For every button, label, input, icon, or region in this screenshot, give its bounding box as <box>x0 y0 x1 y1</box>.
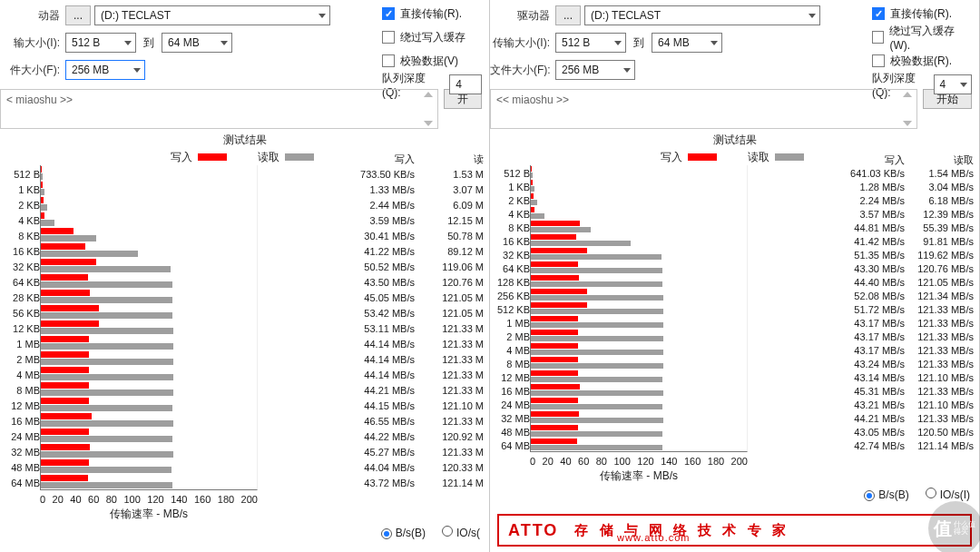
bar-row <box>41 242 257 258</box>
y-tick: 2 KB <box>508 194 530 208</box>
unit-bs-radio[interactable]: B/s(B) <box>864 488 908 501</box>
write-bar <box>531 289 587 294</box>
write-bar <box>531 330 578 335</box>
xfer-size-label: 输大小(I): <box>0 35 65 51</box>
bar-row <box>531 397 747 410</box>
xfer-to-select[interactable]: 64 MB <box>652 33 722 53</box>
y-tick: 128 KB <box>497 276 530 290</box>
direct-transfer-label: 直接传输(R). <box>400 6 462 22</box>
y-tick: 1 KB <box>18 182 40 198</box>
comment-textbox[interactable]: < miaoshu >> <box>0 89 438 129</box>
y-tick: 32 KB <box>13 260 40 275</box>
read-bar <box>41 389 173 396</box>
queue-depth-select[interactable]: 4 <box>449 74 482 94</box>
write-bar <box>41 290 90 296</box>
legend-write: 写入 <box>661 150 722 165</box>
chevron-down-icon <box>614 41 622 45</box>
bypass-cache-checkbox[interactable] <box>382 31 395 44</box>
xfer-from-select[interactable]: 512 B <box>555 33 626 53</box>
read-bar <box>41 173 43 180</box>
value-row: 43.17 MB/s121.33 MB/s <box>757 317 974 330</box>
file-size-label: 件大小(F): <box>0 63 65 78</box>
read-bar <box>41 189 44 195</box>
write-bar <box>531 439 577 444</box>
y-tick: 48 MB <box>11 460 40 476</box>
read-bar <box>531 363 663 369</box>
bypass-cache-checkbox[interactable] <box>872 31 884 44</box>
verify-data-label: 校验数据(V) <box>400 54 458 69</box>
xfer-from-select[interactable]: 512 B <box>65 33 136 53</box>
xfer-to-select[interactable]: 64 MB <box>162 33 232 53</box>
write-bar <box>531 316 578 321</box>
drive-browse-button[interactable]: ... <box>555 5 581 25</box>
options-col-left: ✓直接传输(R). 绕过写入缓存 校验数据(V) 队列深度(Q): 4 <box>382 4 482 94</box>
y-tick: 32 MB <box>11 445 40 460</box>
unit-bs-radio[interactable]: B/s(B) <box>381 527 426 539</box>
results-chart-left: 512 B1 KB2 KB4 KB8 KB16 KB32 KB64 KB28 K… <box>0 165 489 522</box>
value-row: 53.11 MB/s121.33 M <box>267 321 484 337</box>
value-row: 44.04 MB/s120.33 M <box>267 460 484 476</box>
read-bar <box>531 213 544 219</box>
file-size-select[interactable]: 256 MB <box>65 60 145 80</box>
y-tick: 12 MB <box>501 371 530 385</box>
value-row: 41.22 MB/s89.12 M <box>267 244 484 260</box>
bar-row <box>41 366 257 381</box>
write-bar <box>41 197 44 203</box>
value-row: 43.24 MB/s121.33 MB/s <box>757 358 974 371</box>
write-bar <box>531 261 578 267</box>
bar-row <box>41 474 257 489</box>
drive-select[interactable]: (D:) TECLAST <box>94 5 330 25</box>
verify-data-checkbox[interactable] <box>382 54 395 67</box>
value-header: 写入读取 <box>757 153 974 167</box>
y-tick: 8 KB <box>18 229 40 244</box>
write-bar <box>531 398 578 403</box>
read-bar <box>41 467 172 473</box>
bar-row <box>531 233 747 247</box>
read-bar <box>531 309 663 314</box>
queue-depth-select[interactable]: 4 <box>934 74 972 94</box>
y-tick: 512 B <box>504 167 530 181</box>
comment-textbox[interactable]: << miaoshu >> <box>490 89 917 129</box>
y-tick: 16 KB <box>13 244 40 260</box>
y-tick: 64 KB <box>13 275 40 291</box>
unit-ios-radio[interactable]: IO/s(I) <box>926 488 970 501</box>
value-row: 44.14 MB/s121.33 M <box>267 337 484 352</box>
verify-data-checkbox[interactable] <box>872 54 885 67</box>
value-row: 3.59 MB/s12.15 M <box>267 213 484 229</box>
read-bar <box>531 445 662 450</box>
file-size-select[interactable]: 256 MB <box>555 60 635 80</box>
bar-row <box>41 258 257 273</box>
y-tick: 1 MB <box>506 317 530 330</box>
value-row: 1.33 MB/s3.07 M <box>267 182 484 198</box>
chevron-down-icon <box>710 41 718 45</box>
panel-right: 驱动器 ... (D:) TECLAST 传输大小(I): 512 B 到 64… <box>490 0 980 552</box>
bar-row <box>41 304 257 320</box>
textbox-scroll[interactable] <box>421 92 436 126</box>
chevron-down-icon <box>623 68 631 73</box>
bar-row <box>531 179 747 192</box>
direct-transfer-checkbox[interactable]: ✓ <box>872 7 885 20</box>
legend-write: 写入 <box>171 150 232 165</box>
value-row: 43.30 MB/s120.76 MB/s <box>757 262 974 276</box>
bar-row <box>531 370 747 383</box>
write-bar <box>531 207 534 212</box>
value-row: 51.72 MB/s121.33 MB/s <box>757 303 974 317</box>
ad-brand: ATTO <box>508 521 558 540</box>
drive-browse-button[interactable]: ... <box>65 5 91 25</box>
unit-ios-radio[interactable]: IO/s( <box>442 526 480 539</box>
value-row: 44.14 MB/s121.33 M <box>267 368 484 383</box>
write-bar <box>41 444 90 450</box>
value-row: 733.50 KB/s1.53 M <box>267 167 484 182</box>
bar-row <box>531 342 747 356</box>
bar-row <box>41 181 257 196</box>
bar-row <box>531 315 747 329</box>
y-tick: 28 KB <box>13 291 40 306</box>
ad-url: www.atto.com <box>617 532 690 543</box>
direct-transfer-checkbox[interactable]: ✓ <box>382 7 395 20</box>
textbox-scroll[interactable] <box>900 92 915 126</box>
bar-row <box>41 165 257 181</box>
value-row: 53.42 MB/s121.05 M <box>267 306 484 321</box>
value-row: 641.03 KB/s1.54 MB/s <box>757 167 974 181</box>
write-swatch-icon <box>198 153 227 161</box>
drive-select[interactable]: (D:) TECLAST <box>584 5 820 25</box>
